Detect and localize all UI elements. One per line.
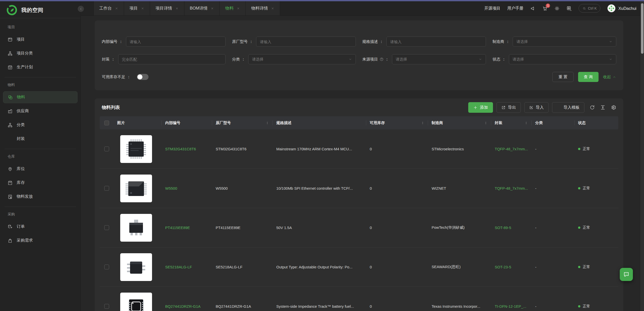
filter-input-spec[interactable] <box>386 37 486 47</box>
tab-close-icon[interactable] <box>115 7 118 10</box>
package-link[interactable]: TI-DFN-12-1EP_... <box>491 304 532 308</box>
sort-icon[interactable] <box>421 121 425 125</box>
row-checkbox[interactable] <box>104 225 109 230</box>
app-window: 我的空间 项目项目项目分类生产计划物料物料供应商分类封装仓库库位库存物料发放采购… <box>0 0 644 311</box>
cart-button[interactable]: 1 <box>542 6 548 11</box>
sidebar-item-project-categories[interactable]: 项目分类 <box>3 47 78 59</box>
part-image[interactable] <box>120 253 152 281</box>
tab-close-icon[interactable] <box>237 7 240 10</box>
sidebar-item-packages[interactable]: 封装 <box>3 133 78 145</box>
tab-projects[interactable]: 项目 <box>124 1 150 15</box>
filter-select-source-project[interactable]: 请选择 <box>392 54 486 64</box>
part-image[interactable] <box>120 293 152 311</box>
row-height-icon[interactable] <box>600 105 606 110</box>
refresh-icon[interactable] <box>589 105 595 110</box>
package-link[interactable]: TQFP-48_7x7mm... <box>491 186 532 190</box>
internal-number-link[interactable]: W5500 <box>162 186 212 190</box>
select-placeholder: 请选择 <box>252 57 263 62</box>
sidebar-item-suppliers[interactable]: 供应商 <box>3 105 78 117</box>
sidebar-collapse-button[interactable] <box>78 6 84 12</box>
row-checkbox[interactable] <box>104 147 109 151</box>
export-button[interactable]: 导出 <box>497 102 521 113</box>
tab-material-detail[interactable]: 物料详情 <box>246 1 280 15</box>
sidebar-item-material-issue[interactable]: 物料发放 <box>3 191 78 203</box>
status-dot <box>578 305 580 307</box>
row-select-cell <box>100 304 114 309</box>
import-template-button[interactable]: 导入模板 <box>552 102 584 113</box>
column-header-mfr[interactable]: 制造商 <box>428 116 491 129</box>
feedback-chat-fab[interactable] <box>620 268 633 281</box>
internal-number-link[interactable]: SE5218ALG-LF <box>162 265 212 269</box>
sort-icon[interactable] <box>484 121 488 125</box>
tab-close-icon[interactable] <box>141 7 144 10</box>
table-row: SE5218ALG-LFSE5218ALG-LFOutput Type: Adj… <box>100 247 618 287</box>
filter-label: 封装 <box>102 57 115 62</box>
part-image-cell <box>114 135 162 163</box>
sidebar-item-inventory[interactable]: 库存 <box>3 177 78 189</box>
filter-input-package[interactable] <box>118 54 226 64</box>
internal-number-link[interactable]: PT4115EE89E <box>162 225 212 230</box>
filter-input-internal-number[interactable] <box>126 37 226 47</box>
part-image[interactable] <box>120 214 152 242</box>
open-source-link[interactable]: 开源项目 <box>484 6 500 11</box>
language-icon: cn <box>566 6 572 11</box>
category-cell: - <box>532 265 575 269</box>
row-checkbox[interactable] <box>104 265 109 269</box>
global-search[interactable]: Ctrl K <box>579 4 600 13</box>
tab-project-detail[interactable]: 项目详情 <box>150 1 184 15</box>
tab-close-icon[interactable] <box>271 7 274 10</box>
table-body: STM32G431C8T6STM32G431C8T6Mainstream 170… <box>100 129 618 311</box>
sidebar-item-projects[interactable]: 项目 <box>3 34 78 45</box>
filter-input-mpn[interactable] <box>256 37 356 47</box>
scrollbar-thumb[interactable] <box>641 3 643 54</box>
filter-select-manufacturer[interactable]: 请选择 <box>513 37 616 47</box>
tab-close-icon[interactable] <box>211 7 214 10</box>
filter-field-manufacturer: 制造商请选择 <box>492 37 616 47</box>
sidebar-item-orders[interactable]: 订单 <box>3 221 78 233</box>
part-image[interactable] <box>120 135 152 163</box>
tab-workbench[interactable]: 工作台 <box>93 1 124 15</box>
sort-icon[interactable] <box>524 121 528 125</box>
tab-label: 物料 <box>225 6 234 11</box>
internal-number-link[interactable]: STM32G431C8T6 <box>162 147 212 151</box>
column-header-pkg[interactable]: 封装 <box>491 116 532 129</box>
part-image[interactable] <box>120 175 152 202</box>
query-button[interactable]: 查 询 <box>578 72 599 82</box>
row-checkbox[interactable] <box>104 186 109 191</box>
status-dot <box>578 227 580 229</box>
package-link[interactable]: SOT-89-5 <box>491 225 532 230</box>
page-scrollbar[interactable] <box>640 1 644 311</box>
gear-icon[interactable] <box>611 105 616 110</box>
column-header-mpn[interactable]: 原厂型号 <box>212 116 273 129</box>
filter-field-mpn: 原厂型号 <box>232 37 356 47</box>
tab-bom-detail[interactable]: BOM详情 <box>184 1 220 15</box>
sidebar-item-purchase-requests[interactable]: 采购需求 <box>3 235 78 246</box>
filter-field-package: 封装 <box>102 54 226 64</box>
filter-field-internal-number: 内部编号 <box>102 37 226 47</box>
internal-number-link[interactable]: BQ27441DRZR-G1A <box>162 304 212 308</box>
row-checkbox[interactable] <box>104 304 109 309</box>
tab-close-icon[interactable] <box>175 7 179 10</box>
low-stock-toggle[interactable] <box>137 74 148 80</box>
reset-button[interactable]: 重 置 <box>552 72 573 82</box>
user-menu[interactable]: XuDachui <box>607 4 636 13</box>
sidebar-item-categories[interactable]: 分类 <box>3 119 78 131</box>
package-link[interactable]: SOT-23-5 <box>491 265 532 269</box>
sort-icon[interactable] <box>265 121 269 125</box>
collapse-filters-link[interactable]: 收起 <box>603 74 616 80</box>
add-button[interactable]: 添加 <box>468 102 493 113</box>
import-button[interactable]: 导入 <box>524 102 549 113</box>
sidebar-item-materials[interactable]: 物料 <box>3 91 78 103</box>
select-all-checkbox[interactable] <box>104 121 109 125</box>
filter-select-status[interactable]: 请选择 <box>509 54 616 64</box>
tab-label: 项目详情 <box>156 6 172 11</box>
column-label: 制造商 <box>432 121 443 125</box>
sidebar-item-label: 供应商 <box>17 108 29 114</box>
column-header-stock[interactable]: 可用库存 <box>366 116 428 129</box>
package-link[interactable]: TQFP-48_7x7mm... <box>491 147 532 151</box>
sidebar-item-production-plans[interactable]: 生产计划 <box>3 61 78 73</box>
user-manual-link[interactable]: 用户手册 <box>507 6 523 11</box>
tab-materials[interactable]: 物料 <box>220 1 246 15</box>
filter-select-category[interactable]: 请选择 <box>248 54 356 64</box>
sidebar-item-locations[interactable]: 库位 <box>3 163 78 175</box>
